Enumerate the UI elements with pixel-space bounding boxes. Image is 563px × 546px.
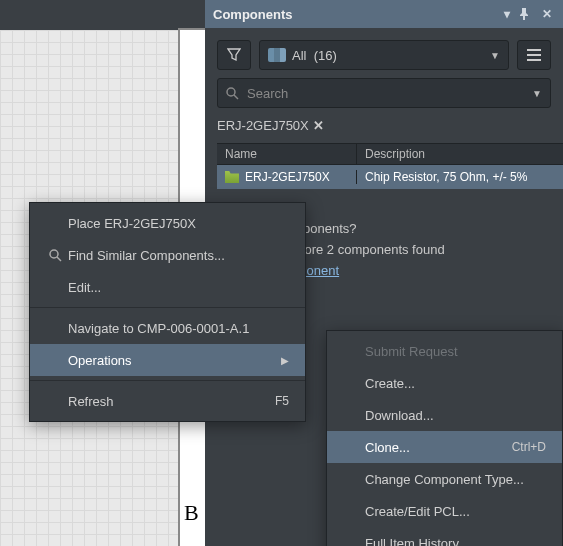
ctx-label: Clone... [365,440,492,455]
ctx-label: Full Item History... [365,536,546,547]
panel-titlebar[interactable]: Components ▾ ✕ [205,0,563,28]
ctx-label: Navigate to CMP-006-0001-A.1 [68,321,289,336]
ctx-operations[interactable]: Operations ▶ [30,344,305,376]
chevron-down-icon: ▼ [490,50,500,61]
filter-chip-row: ERJ-2GEJ750X ✕ [217,118,551,133]
separator [30,307,305,308]
col-header-description[interactable]: Description [357,144,563,164]
grid-header: Name Description [217,143,563,165]
panel-menu-button[interactable] [517,40,551,70]
submenu-arrow-icon: ▶ [281,355,289,366]
filter-chip-label: ERJ-2GEJ750X [217,118,309,133]
context-menu: Place ERJ-2GEJ750X Find Similar Componen… [29,202,306,422]
components-grid: Name Description ERJ-2GEJ750X Chip Resis… [217,143,563,189]
table-row[interactable]: ERJ-2GEJ750X Chip Resistor, 75 Ohm, +/- … [217,165,563,189]
ctx-change-type[interactable]: Change Component Type... [327,463,562,495]
ctx-label: Change Component Type... [365,472,546,487]
ctx-refresh[interactable]: Refresh F5 [30,385,305,417]
ctx-clone[interactable]: Clone... Ctrl+D [327,431,562,463]
search-icon [42,249,68,262]
row-name: ERJ-2GEJ750X [245,170,330,184]
filter-chip[interactable]: ERJ-2GEJ750X ✕ [217,118,324,133]
panel-pin-icon[interactable] [519,8,535,20]
funnel-icon [227,48,241,62]
ctx-submit-request: Submit Request [327,335,562,367]
filter-button[interactable] [217,40,251,70]
ctx-edit[interactable]: Edit... [30,271,305,303]
panel-dropdown-icon[interactable]: ▾ [499,7,515,21]
ctx-download[interactable]: Download... [327,399,562,431]
panel-close-icon[interactable]: ✕ [539,7,555,21]
ctx-create[interactable]: Create... [327,367,562,399]
svg-point-0 [227,88,235,96]
info-mid: (more 2 components found [286,242,445,257]
ctx-label: Place ERJ-2GEJ750X [68,216,289,231]
svg-line-3 [57,257,61,261]
ctx-shortcut: Ctrl+D [512,440,546,454]
chevron-down-icon[interactable]: ▼ [532,88,542,99]
search-placeholder: Search [247,86,532,101]
ctx-navigate[interactable]: Navigate to CMP-006-0001-A.1 [30,312,305,344]
books-icon [268,48,286,62]
search-input[interactable]: Search ▼ [217,78,551,108]
ctx-label: Find Similar Components... [68,248,289,263]
ctx-label: Create/Edit PCL... [365,504,546,519]
ctx-label: Submit Request [365,344,546,359]
row-description: Chip Resistor, 75 Ohm, +/- 5% [357,170,563,184]
ctx-label: Download... [365,408,546,423]
ctx-label: Edit... [68,280,289,295]
svg-line-1 [234,95,238,99]
panel-toolbar: All (16) ▼ [205,28,563,78]
page-marker-letter: B [184,500,199,526]
ctx-place[interactable]: Place ERJ-2GEJ750X [30,207,305,239]
ctx-full-history[interactable]: Full Item History... [327,527,562,546]
separator [30,380,305,381]
hamburger-icon [527,54,541,56]
ctx-label: Refresh [68,394,255,409]
component-folder-icon [225,171,239,183]
library-selector-label: All (16) [292,48,490,63]
ctx-create-pcl[interactable]: Create/Edit PCL... [327,495,562,527]
col-header-name[interactable]: Name [217,144,357,164]
search-icon [226,87,239,100]
ctx-label: Operations [68,353,261,368]
svg-point-2 [50,250,58,258]
filter-chip-remove-icon[interactable]: ✕ [313,118,324,133]
operations-submenu: Submit Request Create... Download... Clo… [326,330,563,546]
ctx-shortcut: F5 [275,394,289,408]
ctx-label: Create... [365,376,546,391]
panel-title: Components [213,7,495,22]
library-selector[interactable]: All (16) ▼ [259,40,509,70]
ctx-find-similar[interactable]: Find Similar Components... [30,239,305,271]
